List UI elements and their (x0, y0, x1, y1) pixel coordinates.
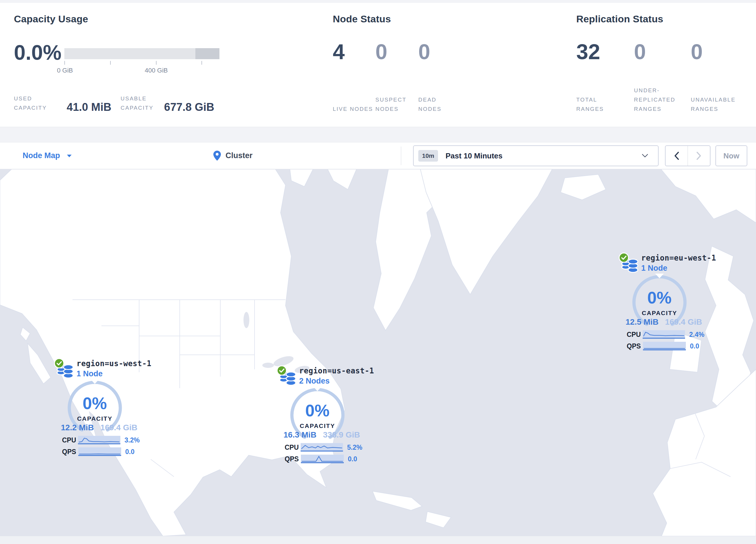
gauge-percent: 0% (83, 394, 107, 413)
breadcrumb-label: Cluster (226, 151, 252, 160)
replication-status-title: Replication Status (576, 13, 663, 25)
cpu-value: 5.2% (347, 444, 362, 452)
under-replicated-ranges-value: 0 (634, 40, 691, 64)
page-bottom-strip (0, 536, 756, 544)
cpu-value: 3.2% (125, 436, 140, 444)
cluster-overview-page: Capacity Usage 0.0% 0 GiB 400 GiB USED C… (0, 0, 756, 544)
qps-metric-row: QPS 0.0 (285, 454, 362, 464)
qps-sparkline (301, 454, 344, 464)
time-step-back-button[interactable] (666, 146, 688, 166)
node-status-section: Node Status 4 LIVE NODES 0 SUSPECT NODES… (333, 3, 565, 127)
node-status-title: Node Status (333, 13, 391, 25)
map-pin-icon (213, 150, 221, 161)
unavailable-ranges-label: UNAVAILABLE RANGES (691, 95, 743, 114)
live-nodes-stat: 4 LIVE NODES (333, 40, 375, 114)
unavailable-ranges-value: 0 (691, 40, 750, 64)
dead-nodes-stat: 0 DEAD NODES (418, 40, 468, 114)
gauge-percent: 0% (647, 288, 672, 307)
region-name: region=eu-west-1 (641, 253, 716, 262)
cpu-label: CPU (627, 331, 643, 339)
chevron-right-icon (696, 151, 702, 160)
live-nodes-value: 4 (333, 40, 375, 64)
marker-head: region=us-west-1 1 Node (50, 358, 140, 378)
locality-marker-eu-west-1[interactable]: region=eu-west-1 1 Node 0% CAPACITY 12.5… (615, 252, 704, 351)
page-top-strip (0, 0, 756, 3)
capacity-usable-value: 169.4 GiB (665, 318, 702, 327)
marker-head: region=eu-west-1 1 Node (615, 252, 704, 272)
marker-head: region=us-east-1 2 Nodes (272, 365, 362, 385)
capacity-used-value: 16.3 MiB (283, 430, 317, 440)
axis-tick (156, 61, 157, 65)
capacity-used-value: 12.5 MiB (626, 318, 659, 327)
replication-status-stats: 32 TOTAL RANGES 0 UNDER-REPLICATED RANGE… (576, 40, 750, 114)
cpu-label: CPU (285, 444, 301, 452)
used-capacity-label: USED CAPACITY (14, 94, 63, 113)
capacity-usage-title: Capacity Usage (14, 13, 88, 25)
total-ranges-stat: 32 TOTAL RANGES (576, 40, 634, 114)
capacity-axis: 0 GiB 400 GiB (64, 61, 219, 65)
region-name: region=us-east-1 (299, 367, 374, 375)
qps-value: 0.0 (690, 342, 699, 350)
used-capacity-value: 41.0 MiB (67, 101, 111, 113)
qps-sparkline (78, 447, 121, 457)
capacity-used-value: 12.2 MiB (61, 423, 94, 432)
region-name: region=us-west-1 (77, 359, 151, 368)
axis-tick (201, 61, 202, 65)
now-button[interactable]: Now (715, 145, 747, 166)
total-ranges-value: 32 (576, 40, 634, 64)
cpu-sparkline (301, 443, 343, 452)
capacity-bar (64, 48, 219, 59)
region-node-count: 1 Node (641, 264, 716, 273)
cpu-label: CPU (62, 436, 78, 444)
check-circle-icon (277, 365, 287, 376)
suspect-nodes-label: SUSPECT NODES (375, 95, 413, 114)
check-circle-icon (54, 358, 64, 369)
usable-capacity-value: 677.8 GiB (164, 101, 214, 113)
axis-label: 0 GiB (57, 67, 73, 74)
qps-value: 0.0 (125, 448, 135, 456)
capacity-percent: 0.0% (14, 41, 61, 64)
world-map[interactable] (0, 169, 756, 536)
cpu-metric-row: CPU 3.2% (62, 435, 140, 445)
qps-metric-row: QPS 0.0 (62, 447, 140, 457)
cpu-value: 2.4% (689, 331, 704, 339)
time-range-dropdown[interactable]: 10m Past 10 Minutes (413, 145, 659, 166)
caret-down-icon (66, 154, 72, 158)
view-selector-dropdown[interactable]: Node Map (23, 142, 72, 169)
time-step-forward-button[interactable] (688, 146, 710, 166)
dead-nodes-label: DEAD NODES (418, 95, 450, 114)
under-replicated-ranges-stat: 0 UNDER-REPLICATED RANGES (634, 40, 691, 114)
capacity-usable-value: 338.9 GiB (323, 430, 360, 440)
qps-value: 0.0 (348, 455, 357, 463)
dead-nodes-value: 0 (418, 40, 468, 64)
locality-marker-us-west-1[interactable]: region=us-west-1 1 Node 0% CAPACITY 12.2… (50, 358, 140, 457)
cpu-metric-row: CPU 5.2% (285, 443, 362, 452)
chevron-down-icon (642, 154, 648, 158)
check-circle-icon (619, 252, 629, 263)
usable-capacity-label: USABLE CAPACITY (121, 94, 170, 113)
capacity-usable-value: 169.4 GiB (100, 423, 137, 432)
axis-tick (64, 61, 65, 65)
qps-label: QPS (285, 455, 301, 463)
cpu-sparkline (78, 435, 120, 445)
view-selector-label: Node Map (23, 151, 60, 160)
region-node-count: 2 Nodes (299, 377, 374, 386)
gauge-capacity-label: CAPACITY (642, 310, 677, 317)
replication-status-section: Replication Status 32 TOTAL RANGES 0 UND… (576, 3, 753, 127)
chevron-left-icon (674, 151, 679, 160)
capacity-stats-row: USED CAPACITY 41.0 MiB USABLE CAPACITY 6… (14, 92, 321, 115)
qps-sparkline (643, 341, 686, 351)
capacity-usage-section: Capacity Usage 0.0% 0 GiB 400 GiB USED C… (14, 3, 321, 127)
breadcrumb[interactable]: Cluster (213, 142, 252, 169)
node-map: region=us-west-1 1 Node 0% CAPACITY 12.2… (0, 169, 756, 536)
under-replicated-ranges-label: UNDER-REPLICATED RANGES (634, 86, 682, 114)
qps-label: QPS (62, 448, 78, 456)
cpu-metric-row: CPU 2.4% (627, 330, 704, 340)
node-status-stats: 4 LIVE NODES 0 SUSPECT NODES 0 DEAD NODE… (333, 40, 468, 114)
gauge-capacity-label: CAPACITY (300, 423, 335, 429)
time-step-buttons (665, 145, 710, 166)
gauge-capacity-label: CAPACITY (77, 415, 112, 422)
cpu-sparkline (643, 330, 685, 340)
spacer-band (0, 127, 756, 142)
locality-marker-us-east-1[interactable]: region=us-east-1 2 Nodes 0% CAPACITY 16.… (272, 365, 362, 464)
